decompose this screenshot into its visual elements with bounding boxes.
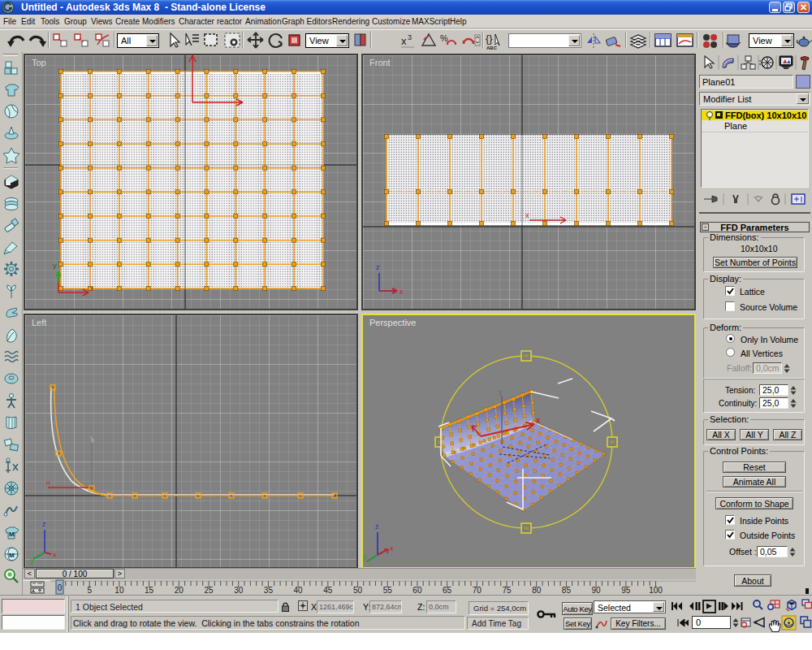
svg-text:y: y — [499, 388, 503, 396]
svg-text:40: 40 — [294, 586, 304, 595]
svg-text:25: 25 — [204, 586, 214, 595]
svg-text:{}: {} — [486, 32, 493, 45]
svg-text:35: 35 — [264, 586, 274, 595]
svg-text:45: 45 — [323, 586, 333, 595]
svg-text:x: x — [525, 211, 529, 219]
svg-text:30: 30 — [234, 586, 244, 595]
svg-text:65: 65 — [443, 586, 452, 595]
svg-text:5: 5 — [87, 586, 92, 595]
svg-text:y: y — [30, 557, 34, 565]
svg-text:0: 0 — [58, 583, 63, 592]
svg-text:u: u — [46, 479, 50, 486]
svg-text:y: y — [363, 552, 367, 561]
svg-text:90: 90 — [592, 586, 602, 595]
svg-text:80: 80 — [532, 586, 542, 595]
svg-text:55: 55 — [383, 586, 393, 595]
svg-text:y: y — [53, 262, 57, 270]
svg-text:z: z — [42, 520, 46, 528]
svg-text:x: x — [400, 288, 404, 296]
svg-text:85: 85 — [562, 586, 572, 595]
svg-text:x: x — [53, 551, 57, 559]
svg-text:75: 75 — [502, 586, 512, 595]
svg-text:M: M — [9, 531, 15, 538]
svg-text:z: z — [376, 263, 380, 271]
svg-text:z: z — [375, 522, 379, 531]
svg-text:x: x — [90, 284, 94, 292]
svg-text:60: 60 — [412, 586, 422, 595]
svg-text:100: 100 — [649, 586, 663, 595]
svg-text:M: M — [9, 552, 15, 559]
svg-text:70: 70 — [473, 586, 482, 595]
svg-text:20: 20 — [175, 586, 184, 595]
svg-text:95: 95 — [621, 586, 631, 595]
svg-text:x: x — [536, 416, 541, 425]
svg-text:15: 15 — [145, 586, 154, 595]
svg-text:3: 3 — [408, 33, 412, 41]
svg-text:x: x — [401, 35, 407, 47]
svg-text:10: 10 — [114, 586, 124, 595]
svg-text:%: % — [440, 33, 448, 43]
svg-text:x: x — [390, 544, 394, 552]
svg-text:ABC: ABC — [486, 46, 498, 50]
svg-text:50: 50 — [353, 586, 363, 595]
